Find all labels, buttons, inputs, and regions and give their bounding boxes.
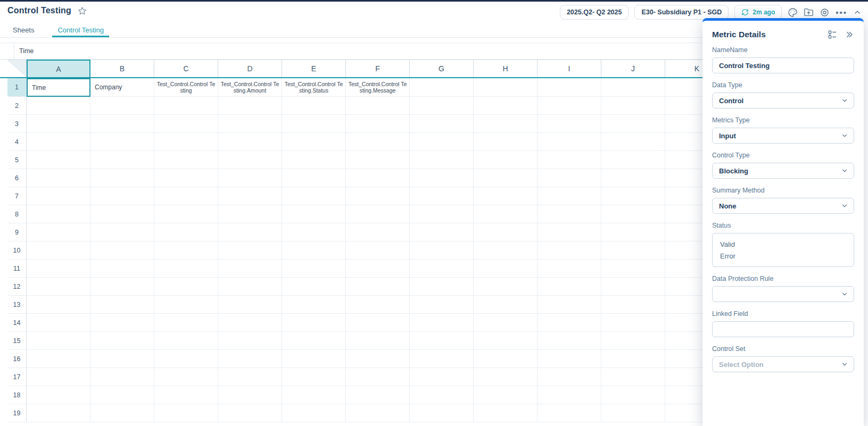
cell-G4[interactable] [410, 133, 474, 151]
cell-H6[interactable] [474, 169, 538, 187]
cell-E11[interactable] [282, 260, 346, 278]
cell-I6[interactable] [538, 169, 601, 187]
row-number-6[interactable]: 6 [7, 169, 27, 187]
cell-G12[interactable] [410, 278, 474, 296]
row-number-11[interactable]: 11 [7, 260, 27, 278]
row-number-9[interactable]: 9 [7, 223, 27, 241]
cell-E13[interactable] [282, 296, 346, 314]
cell-H15[interactable] [474, 332, 538, 350]
cell-I10[interactable] [538, 241, 601, 260]
cell-F3[interactable] [346, 115, 410, 133]
cell-A1[interactable]: Time [27, 78, 90, 97]
formula-bar-value[interactable]: Time [14, 47, 34, 55]
cell-C19[interactable] [154, 404, 218, 422]
cell-D4[interactable] [218, 133, 282, 151]
cell-J12[interactable] [601, 278, 665, 296]
cell-H5[interactable] [474, 151, 538, 169]
cell-F6[interactable] [346, 169, 410, 187]
cell-B4[interactable] [90, 133, 154, 151]
status-option-error[interactable]: Error [720, 252, 846, 260]
cell-H4[interactable] [474, 133, 538, 151]
cell-C6[interactable] [154, 169, 218, 187]
row-number-19[interactable]: 19 [7, 404, 27, 422]
cell-J16[interactable] [601, 350, 665, 368]
cell-A12[interactable] [27, 278, 90, 296]
cell-H14[interactable] [474, 314, 538, 332]
cell-H10[interactable] [474, 241, 538, 260]
linked-field-input[interactable] [712, 321, 854, 337]
cell-E8[interactable] [282, 205, 346, 223]
cell-I2[interactable] [538, 97, 601, 115]
cell-E6[interactable] [282, 169, 346, 187]
cell-I18[interactable] [538, 386, 601, 404]
cell-I8[interactable] [538, 205, 601, 223]
cell-E3[interactable] [282, 115, 346, 133]
cell-G17[interactable] [410, 368, 474, 386]
cell-C17[interactable] [154, 368, 218, 386]
cell-J17[interactable] [601, 368, 665, 386]
cell-C7[interactable] [154, 187, 218, 205]
cell-I16[interactable] [538, 350, 601, 368]
cell-reference-box[interactable] [0, 43, 14, 59]
column-header-C[interactable]: C [154, 60, 218, 77]
cell-F8[interactable] [346, 205, 410, 223]
status-option-valid[interactable]: Valid [720, 240, 846, 248]
cell-C16[interactable] [154, 350, 218, 368]
cell-A16[interactable] [27, 350, 90, 368]
cell-H12[interactable] [474, 278, 538, 296]
cell-E16[interactable] [282, 350, 346, 368]
row-number-2[interactable]: 2 [7, 97, 27, 115]
cell-J13[interactable] [601, 296, 665, 314]
cell-D7[interactable] [218, 187, 282, 205]
cell-A13[interactable] [27, 296, 90, 314]
cell-J9[interactable] [601, 223, 665, 241]
cell-D19[interactable] [218, 404, 282, 422]
cell-B2[interactable] [90, 97, 154, 115]
cell-D8[interactable] [218, 205, 282, 223]
cell-B17[interactable] [90, 368, 154, 386]
cell-D10[interactable] [218, 241, 282, 260]
cell-A3[interactable] [27, 115, 90, 133]
cell-F19[interactable] [346, 404, 410, 422]
cell-E12[interactable] [282, 278, 346, 296]
cell-D9[interactable] [218, 223, 282, 241]
cell-A18[interactable] [27, 386, 90, 404]
cell-I14[interactable] [538, 314, 601, 332]
column-header-B[interactable]: B [90, 60, 154, 77]
cell-H17[interactable] [474, 368, 538, 386]
cell-B15[interactable] [90, 332, 154, 350]
cell-B16[interactable] [90, 350, 154, 368]
cell-F5[interactable] [346, 151, 410, 169]
cell-C13[interactable] [154, 296, 218, 314]
summary-method-select[interactable]: None [712, 198, 854, 214]
cell-F11[interactable] [346, 260, 410, 278]
folder-upload-icon[interactable] [804, 7, 814, 18]
cell-A2[interactable] [27, 97, 90, 115]
period-filter-pill[interactable]: 2025.Q2- Q2 2025 [560, 5, 629, 20]
cell-D3[interactable] [218, 115, 282, 133]
cell-E15[interactable] [282, 332, 346, 350]
double-chevron-right-icon[interactable] [845, 30, 854, 39]
select-all-corner[interactable] [7, 60, 27, 77]
cell-E1[interactable]: Test_Control.Control Testing.Status [282, 78, 346, 97]
cell-G16[interactable] [410, 350, 474, 368]
cell-D14[interactable] [218, 314, 282, 332]
cell-H13[interactable] [474, 296, 538, 314]
row-number-1[interactable]: 1 [7, 78, 27, 97]
cell-A5[interactable] [27, 151, 90, 169]
cell-F1[interactable]: Test_Control.Control Testing.Message [346, 78, 410, 97]
cell-G8[interactable] [410, 205, 474, 223]
cell-F17[interactable] [346, 368, 410, 386]
cell-I4[interactable] [538, 133, 601, 151]
column-header-E[interactable]: E [282, 60, 346, 77]
cell-B10[interactable] [90, 241, 154, 260]
cell-E5[interactable] [282, 151, 346, 169]
cell-E10[interactable] [282, 241, 346, 260]
cell-C2[interactable] [154, 97, 218, 115]
cell-D16[interactable] [218, 350, 282, 368]
cell-D5[interactable] [218, 151, 282, 169]
cell-H2[interactable] [474, 97, 538, 115]
cell-G1[interactable] [410, 78, 474, 97]
column-header-H[interactable]: H [474, 60, 538, 77]
cell-F16[interactable] [346, 350, 410, 368]
